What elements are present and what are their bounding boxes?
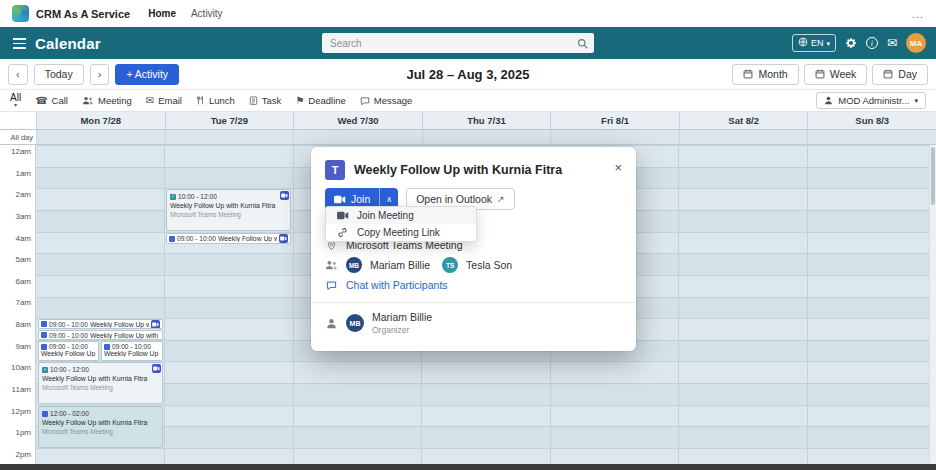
settings-gear-icon[interactable]	[845, 37, 857, 49]
event-time: 12:00 - 02:00	[50, 409, 89, 418]
user-avatar[interactable]: MA	[906, 33, 926, 53]
owner-filter-label: MOD Administr...	[838, 95, 909, 106]
prev-week-button[interactable]: ‹	[8, 64, 28, 85]
event-type-icon	[104, 344, 110, 350]
calendar-event[interactable]: ✓10:00 - 12:00 Weekly Follow Up with Kur…	[38, 362, 163, 404]
time-label: 12am	[11, 147, 31, 156]
allday-cell[interactable]	[807, 130, 936, 144]
page-title: Calendar	[35, 35, 101, 52]
filter-task-label: Task	[262, 95, 282, 106]
allday-cell[interactable]	[679, 130, 808, 144]
allday-cell[interactable]	[550, 130, 679, 144]
bottom-scrollbar[interactable]	[0, 464, 936, 470]
allday-cell[interactable]	[422, 130, 551, 144]
person-icon	[824, 96, 833, 105]
teams-badge-icon	[279, 234, 288, 243]
event-title: Weekly Follow Up with	[41, 350, 96, 357]
chat-with-participants-link[interactable]: Chat with Participants	[346, 279, 448, 291]
menu-item-join-meeting[interactable]: Join Meeting	[326, 207, 476, 224]
calendar-event[interactable]: 12:00 - 02:00 Weekly Follow Up with Kurn…	[38, 406, 163, 448]
calendar-event[interactable]: 09:00 - 10:00 Weekly Follow Up with	[101, 341, 163, 361]
task-icon	[249, 96, 258, 105]
event-title: Weekly Follow Up with Kurn	[218, 235, 277, 242]
organizer-row: MB Mariam Billie Organizer	[311, 308, 636, 339]
event-title: Weekly Follow Up with Kurnia Fitra	[42, 418, 159, 428]
all-day-row[interactable]: All day	[0, 130, 936, 145]
time-label: 5am	[15, 255, 31, 264]
modal-title: Weekly Follow Up with Kurnia Fitra	[354, 160, 605, 180]
filter-task[interactable]: Task	[249, 95, 282, 106]
organizer-name: Mariam Billie	[372, 311, 432, 325]
allday-cell[interactable]	[293, 130, 422, 144]
search-input[interactable]	[322, 38, 577, 49]
calendar-event[interactable]: 09:00 - 10:00 Weekly Follow Up with Kurn	[38, 319, 163, 329]
day-header-row: Mon 7/28 Tue 7/29 Wed 7/30 Thu 7/31 Fri …	[0, 112, 936, 130]
teams-logo-icon: T	[325, 160, 345, 180]
close-icon[interactable]: ×	[614, 160, 622, 176]
filter-meeting[interactable]: Meeting	[82, 95, 132, 106]
event-subtitle: Microsoft Teams Meeting	[170, 211, 287, 220]
menu-item-label: Copy Meeting Link	[357, 227, 440, 238]
calendar-icon	[883, 69, 893, 79]
view-day-button[interactable]: Day	[872, 64, 928, 85]
filter-deadline[interactable]: ⚑ Deadline	[295, 95, 345, 106]
event-type-icon	[41, 344, 47, 350]
time-label: 11am	[12, 385, 31, 394]
event-title: Weekly Follow Up with Kurnia Fit	[90, 332, 160, 339]
globe-icon	[798, 37, 808, 49]
calendar-event[interactable]: 09:00 - 10:00 Weekly Follow Up with	[38, 341, 99, 361]
info-icon[interactable]: i	[866, 37, 878, 49]
attendees-icon	[325, 260, 338, 270]
filter-meeting-label: Meeting	[98, 95, 132, 106]
event-details-modal: T Weekly Follow Up with Kurnia Fitra × J…	[311, 147, 636, 351]
nav-activity[interactable]: Activity	[191, 8, 223, 19]
event-subtitle: Microsoft Teams Meeting	[42, 384, 159, 393]
filter-message[interactable]: Message	[360, 95, 413, 106]
vertical-scrollbar[interactable]	[929, 145, 936, 470]
calendar-event[interactable]: ✓10:00 - 12:00 Weekly Follow Up with Kur…	[166, 189, 291, 231]
scrollbar-thumb[interactable]	[931, 147, 935, 205]
event-title: Weekly Follow Up with Kurnia Fitra	[170, 201, 287, 211]
next-week-button[interactable]: ›	[90, 64, 110, 85]
time-label: 4am	[15, 234, 31, 243]
search-icon[interactable]	[577, 38, 588, 49]
menu-item-copy-meeting-link[interactable]: Copy Meeting Link	[326, 224, 476, 241]
app-title: CRM As A Service	[36, 8, 130, 20]
owner-filter[interactable]: MOD Administr... ▾	[816, 92, 926, 109]
today-button[interactable]: Today	[34, 64, 84, 85]
event-title: Weekly Follow Up with Kurn	[90, 321, 149, 328]
event-time: 09:00 - 10:00	[112, 343, 151, 350]
organizer-person-icon	[325, 318, 338, 329]
view-month-button[interactable]: Month	[732, 64, 798, 85]
phone-icon: ☎	[35, 96, 47, 106]
mail-icon[interactable]: ✉	[887, 36, 897, 50]
view-week-button[interactable]: Week	[804, 64, 868, 85]
modal-divider	[311, 302, 636, 303]
filter-email[interactable]: ✉ Email	[146, 95, 182, 106]
more-menu-icon[interactable]: ...	[912, 8, 924, 20]
filter-all[interactable]: All ▾	[10, 93, 21, 108]
allday-cell[interactable]	[165, 130, 294, 144]
nav-home[interactable]: Home	[148, 8, 176, 19]
time-label: 9am	[15, 342, 31, 351]
chevron-down-icon: ▾	[826, 40, 830, 47]
filter-call[interactable]: ☎ Call	[35, 95, 68, 106]
event-type-icon	[41, 321, 47, 327]
filter-lunch[interactable]: Lunch	[196, 95, 235, 106]
calendar-toolbar: ‹ Today › + Activity Jul 28 – Aug 3, 202…	[0, 59, 936, 90]
organizer-avatar[interactable]: MB	[346, 314, 364, 332]
time-label: 2am	[15, 190, 31, 199]
attendee-avatar[interactable]: MB	[346, 257, 362, 273]
day-header-sun: Sun 8/3	[807, 112, 936, 129]
calendar-event[interactable]: 09:00 - 10:00 Weekly Follow Up with Kurn…	[38, 330, 163, 340]
day-header-tue: Tue 7/29	[165, 112, 294, 129]
allday-cell[interactable]	[36, 130, 165, 144]
add-activity-button[interactable]: + Activity	[115, 64, 179, 85]
column-line	[293, 145, 294, 470]
calendar-event[interactable]: 09:00 - 10:00 Weekly Follow Up with Kurn	[166, 233, 291, 244]
time-label: 1am	[15, 169, 31, 178]
view-day-label: Day	[898, 68, 917, 80]
menu-icon[interactable]	[13, 38, 26, 49]
language-selector[interactable]: EN ▾	[792, 34, 836, 52]
attendee-avatar[interactable]: TS	[442, 257, 458, 273]
